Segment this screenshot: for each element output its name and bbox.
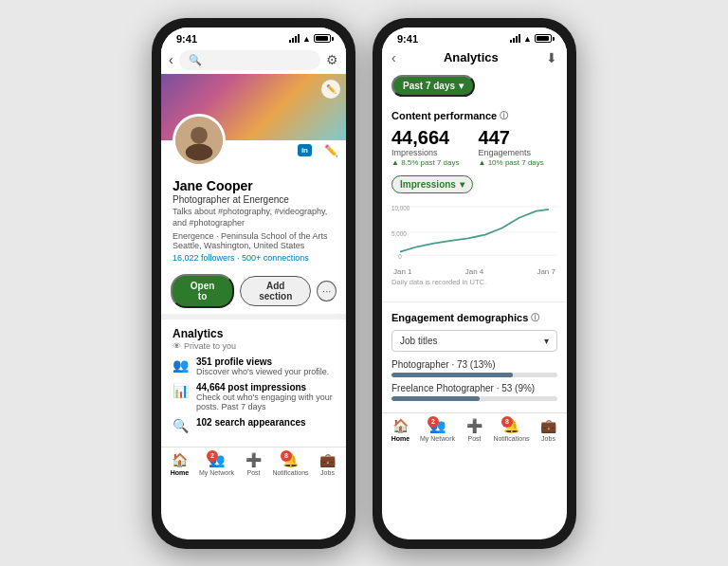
chart-svg: 10,000 5,000 0 bbox=[391, 199, 557, 265]
nav-network[interactable]: 2 👥 My Network bbox=[198, 452, 235, 476]
analytics-page-title: Analytics bbox=[396, 50, 546, 64]
nav-home-label: Home bbox=[171, 469, 189, 476]
status-icons-left: ▲ bbox=[289, 34, 331, 44]
time-filter-label: Past 7 days bbox=[403, 81, 455, 91]
analytics-item-views[interactable]: 👥 351 profile views Discover who's viewe… bbox=[173, 356, 335, 376]
home-icon: 🏠 bbox=[172, 452, 188, 467]
engagements-change: 10% past 7 days bbox=[479, 158, 544, 167]
svg-point-2 bbox=[186, 143, 213, 160]
time-filter-button[interactable]: Past 7 days ▾ bbox=[391, 75, 475, 97]
jobs-icon-right: 💼 bbox=[540, 418, 556, 433]
gear-icon[interactable]: ⚙ bbox=[326, 52, 338, 67]
nav-jobs-label: Jobs bbox=[320, 469, 335, 476]
search-input[interactable]: 🔍 bbox=[179, 50, 320, 70]
perf-stats: 44,664 Impressions 8.5% past 7 days 447 … bbox=[391, 128, 557, 167]
search-bar: ‹ 🔍 ⚙ bbox=[161, 46, 346, 74]
engagement-demographics: Engagement demographics ⓘ Job titles ▾ P… bbox=[382, 306, 567, 412]
job-titles-dropdown[interactable]: Job titles ▾ bbox=[391, 330, 557, 352]
status-icons-right: ▲ bbox=[510, 34, 552, 44]
add-section-button[interactable]: Add section bbox=[240, 276, 311, 306]
profile-name: Jane Cooper bbox=[173, 178, 335, 194]
download-icon[interactable]: ⬇ bbox=[546, 50, 557, 65]
nav-post[interactable]: ➕ Post bbox=[235, 452, 272, 476]
nav-notifications[interactable]: 8 🔔 Notifications bbox=[272, 452, 309, 476]
nav-jobs-label-right: Jobs bbox=[541, 435, 555, 442]
impressions-label: Impressions bbox=[391, 148, 460, 157]
profile-school: Energence · Peninsula School of the Arts bbox=[173, 231, 335, 241]
eye-icon: 👁 bbox=[173, 341, 181, 351]
jobs-icon: 💼 bbox=[319, 452, 336, 467]
status-time-right: 9:41 bbox=[397, 33, 418, 45]
profile-tags: Talks about #photography, #videography, … bbox=[173, 207, 335, 228]
line-chart: 10,000 5,000 0 bbox=[391, 199, 557, 265]
impressions-change: 8.5% past 7 days bbox=[391, 158, 460, 167]
back-arrow-icon[interactable]: ‹ bbox=[169, 52, 173, 67]
left-phone: 9:41 ▲ ‹ 🔍 ⚙ ✏️ bbox=[152, 18, 355, 549]
nav-network-label: My Network bbox=[199, 469, 234, 476]
notifications-badge: 8 bbox=[281, 450, 292, 462]
edit-cover-button[interactable]: ✏️ bbox=[321, 80, 340, 99]
edit-profile-icon[interactable]: ✏️ bbox=[324, 144, 338, 157]
chart-label-jan7: Jan 7 bbox=[537, 267, 555, 276]
right-screen: 9:41 ▲ ‹ Analytics ⬇ Past 7 days ▾ bbox=[382, 27, 567, 539]
avatar-area: in ✏️ bbox=[161, 140, 346, 174]
avatar bbox=[173, 114, 226, 167]
nav-notifications-right[interactable]: 8 🔔 Notifications bbox=[493, 418, 530, 442]
engagements-value: 447 bbox=[479, 128, 544, 147]
open-to-button[interactable]: Open to bbox=[171, 274, 234, 308]
status-bar-left: 9:41 ▲ bbox=[161, 27, 346, 46]
chart-x-labels: Jan 1 Jan 4 Jan 7 bbox=[391, 267, 557, 276]
info-icon: ⓘ bbox=[500, 110, 508, 122]
nav-home-right[interactable]: 🏠 Home bbox=[382, 418, 419, 442]
analytics-item-impressions[interactable]: 📊 44,664 post impressions Check out who'… bbox=[173, 382, 335, 411]
time-filter: Past 7 days ▾ bbox=[382, 69, 567, 102]
bottom-nav-left: 🏠 Home 2 👥 My Network ➕ Post 8 🔔 Notific… bbox=[161, 447, 346, 482]
engagements-stat: 447 Engagements 10% past 7 days bbox=[479, 128, 544, 167]
dropdown-chevron-icon: ▾ bbox=[544, 336, 549, 346]
nav-home[interactable]: 🏠 Home bbox=[161, 452, 198, 476]
status-bar-right: 9:41 ▲ bbox=[382, 27, 567, 46]
chart-daily-note: Daily data is recorded in UTC. bbox=[391, 278, 557, 286]
chevron-down-icon: ▾ bbox=[459, 81, 464, 91]
analytics-section: Analytics 👁 Private to you 👥 351 profile… bbox=[161, 320, 346, 447]
linkedin-badge: in bbox=[298, 144, 312, 156]
bottom-nav-right: 🏠 Home 2 👥 My Network ➕ Post 8 🔔 Notific… bbox=[382, 412, 567, 447]
network-badge-right: 2 bbox=[428, 416, 439, 428]
nav-notifications-label-right: Notifications bbox=[493, 435, 529, 442]
demo-item-photographer: Photographer · 73 (13%) bbox=[391, 359, 557, 377]
wifi-icon-right: ▲ bbox=[523, 34, 532, 44]
dropdown-value: Job titles bbox=[400, 336, 437, 346]
notifications-badge-right: 8 bbox=[501, 416, 513, 428]
wifi-icon: ▲ bbox=[302, 34, 311, 44]
demo-label-freelance: Freelance Photographer · 53 (9%) bbox=[391, 383, 557, 393]
svg-text:5,000: 5,000 bbox=[391, 229, 407, 236]
nav-notifications-label: Notifications bbox=[272, 469, 308, 476]
nav-post-right[interactable]: ➕ Post bbox=[456, 418, 493, 442]
nav-network-right[interactable]: 2 👥 My Network bbox=[419, 418, 456, 442]
more-options-button[interactable]: ··· bbox=[317, 281, 337, 301]
impressions-filter-button[interactable]: Impressions ▾ bbox=[391, 175, 473, 193]
search-icon: 🔍 bbox=[189, 54, 202, 66]
left-screen: 9:41 ▲ ‹ 🔍 ⚙ ✏️ bbox=[161, 27, 346, 539]
impressions-desc: Check out who's engaging with your posts… bbox=[196, 393, 335, 411]
impressions-count: 44,664 post impressions bbox=[196, 382, 335, 393]
analytics-item-search[interactable]: 🔍 102 search appearances bbox=[173, 417, 335, 433]
nav-network-label-right: My Network bbox=[420, 435, 455, 442]
status-time-left: 9:41 bbox=[176, 33, 197, 45]
demo-bar-fill-freelance bbox=[391, 396, 480, 401]
engagements-label: Engagements bbox=[479, 148, 544, 157]
profile-views-desc: Discover who's viewed your profile. bbox=[196, 367, 329, 376]
demo-item-freelance: Freelance Photographer · 53 (9%) bbox=[391, 383, 557, 401]
engagement-info-icon: ⓘ bbox=[531, 312, 539, 324]
perf-title: Content performance ⓘ bbox=[391, 110, 557, 122]
chart-label-jan1: Jan 1 bbox=[393, 267, 412, 276]
impressions-filter-label: Impressions bbox=[400, 179, 456, 190]
battery-icon bbox=[314, 34, 331, 43]
right-phone: 9:41 ▲ ‹ Analytics ⬇ Past 7 days ▾ bbox=[373, 18, 576, 549]
analytics-subtitle: 👁 Private to you bbox=[173, 341, 335, 351]
signal-icon-right bbox=[510, 34, 520, 43]
nav-jobs[interactable]: 💼 Jobs bbox=[309, 452, 346, 476]
nav-jobs-right[interactable]: 💼 Jobs bbox=[530, 418, 567, 442]
nav-home-label-right: Home bbox=[391, 435, 410, 442]
profile-info: Jane Cooper Photographer at Energence Ta… bbox=[161, 174, 346, 268]
